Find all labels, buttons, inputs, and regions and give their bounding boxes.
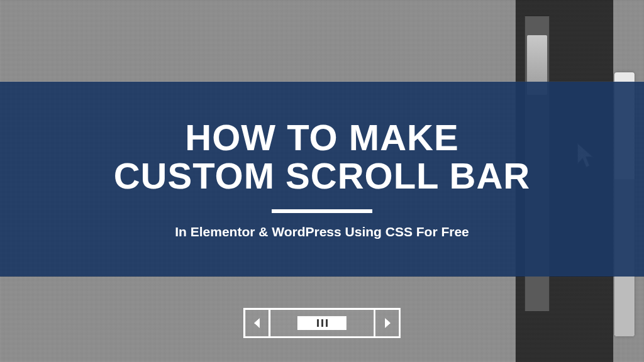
grip-icon xyxy=(317,319,319,327)
horizontal-scrollbar[interactable] xyxy=(243,308,401,338)
scroll-right-button[interactable] xyxy=(374,310,399,336)
horizontal-scrollbar-thumb[interactable] xyxy=(297,316,347,330)
svg-marker-1 xyxy=(385,318,391,328)
svg-marker-0 xyxy=(254,318,260,328)
page-subtitle: In Elementor & WordPress Using CSS For F… xyxy=(175,224,469,239)
divider xyxy=(272,209,372,213)
grip-icon xyxy=(326,319,328,327)
grip-icon xyxy=(321,319,323,327)
title-banner: HOW TO MAKE CUSTOM SCROLL BAR In Element… xyxy=(0,82,644,277)
scroll-left-button[interactable] xyxy=(245,310,270,336)
page-title: HOW TO MAKE CUSTOM SCROLL BAR xyxy=(114,119,531,195)
horizontal-scrollbar-track[interactable] xyxy=(270,310,374,336)
